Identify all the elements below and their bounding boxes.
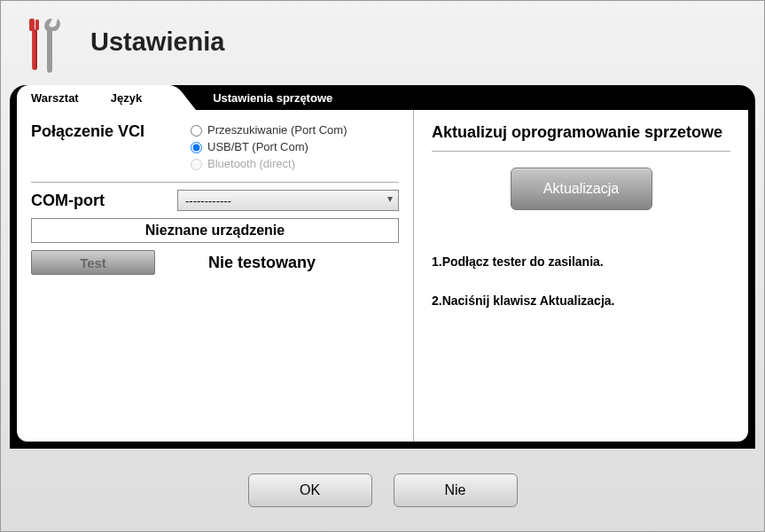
- tools-icon: [20, 15, 69, 77]
- test-status: Nie testowany: [208, 254, 316, 272]
- radio-label: USB/BT (Port Com): [207, 139, 308, 155]
- device-name-box: Nieznane urządzenie: [31, 218, 399, 243]
- vci-title: Połączenie VCI: [31, 122, 191, 141]
- dialog-title: Ustawienia: [90, 27, 225, 57]
- radio-bluetooth: Bluetooth (direct): [191, 156, 347, 172]
- svg-rect-1: [35, 20, 39, 30]
- cancel-button[interactable]: Nie: [394, 473, 518, 507]
- vci-radio-group: Przeszukiwanie (Port Com) USB/BT (Port C…: [191, 122, 347, 173]
- tab-label: Warsztat: [31, 91, 79, 105]
- comport-dropdown[interactable]: ------------: [177, 190, 399, 211]
- update-button[interactable]: Aktualizacja: [511, 168, 652, 210]
- update-button-label: Aktualizacja: [543, 181, 619, 197]
- radio-bluetooth-input: [191, 159, 202, 170]
- tab-label: Ustawienia sprzętowe: [213, 91, 332, 105]
- tab-content: Połączenie VCI Przeszukiwanie (Port Com)…: [17, 110, 748, 442]
- radio-label: Przeszukiwanie (Port Com): [207, 122, 347, 138]
- radio-usbbt-input[interactable]: [191, 142, 202, 153]
- comport-label: COM-port: [31, 192, 177, 210]
- device-name: Nieznane urządzenie: [145, 223, 285, 239]
- dialog-header: Ustawienia: [1, 1, 764, 85]
- step-2: 2.Naciśnij klawisz Aktualizacja.: [432, 293, 730, 308]
- radio-scan[interactable]: Przeszukiwanie (Port Com): [191, 122, 347, 138]
- cancel-button-label: Nie: [444, 482, 465, 498]
- radio-scan-input[interactable]: [191, 125, 202, 137]
- settings-dialog: Ustawienia Warsztat Język Ustawienia spr…: [0, 0, 765, 532]
- test-button-label: Test: [80, 255, 106, 270]
- svg-rect-2: [32, 29, 37, 70]
- radio-label: Bluetooth (direct): [207, 156, 295, 172]
- tab-warsztat[interactable]: Warsztat: [17, 85, 107, 110]
- svg-rect-0: [29, 19, 35, 31]
- step-1: 1.Podłącz tester do zasilania.: [432, 254, 730, 269]
- ok-button[interactable]: OK: [248, 473, 372, 507]
- right-pane: Aktualizuj oprogramowanie sprzetowe Aktu…: [414, 110, 748, 442]
- dialog-buttons: OK Nie: [1, 449, 764, 531]
- tabs-container: Warsztat Język Ustawienia sprzętowe Połą…: [10, 85, 755, 449]
- divider: [432, 151, 730, 152]
- ok-button-label: OK: [300, 482, 320, 498]
- tab-jezyk[interactable]: Język: [97, 85, 170, 110]
- radio-usbbt[interactable]: USB/BT (Port Com): [191, 139, 347, 155]
- firmware-title: Aktualizuj oprogramowanie sprzetowe: [432, 122, 730, 142]
- tabs-row: Warsztat Język Ustawienia sprzętowe: [10, 85, 755, 110]
- tab-label: Język: [111, 91, 142, 105]
- comport-value: ------------: [185, 194, 231, 207]
- test-button[interactable]: Test: [31, 250, 155, 275]
- left-pane: Połączenie VCI Przeszukiwanie (Port Com)…: [17, 110, 414, 442]
- divider: [31, 182, 399, 183]
